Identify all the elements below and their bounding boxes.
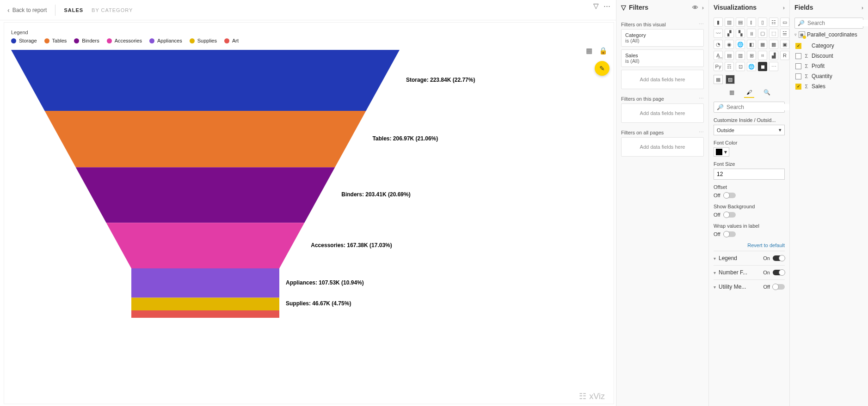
viz-type[interactable]: 〰 [714, 29, 723, 38]
viz-type[interactable]: ▯ [758, 18, 767, 27]
funnel-segment[interactable] [131, 310, 279, 318]
funnel-chart[interactable]: Storage: 223.84K (22.77%)Tables: 206.97K… [11, 50, 605, 327]
drop-page[interactable]: Add data fields here [621, 103, 704, 123]
legend-item[interactable]: Tables [44, 38, 67, 43]
viz-type[interactable]: A͟ [714, 51, 723, 60]
show-bg-toggle[interactable] [724, 212, 736, 218]
legend-item[interactable]: Art [224, 38, 239, 43]
viz-type[interactable]: ▚ [736, 29, 745, 38]
tab-analytics-icon[interactable]: 🔍 [762, 88, 772, 98]
accordion-toggle[interactable] [773, 255, 785, 261]
viz-type[interactable]: ⊞ [747, 51, 756, 60]
viz-type[interactable]: ◧ [747, 40, 756, 49]
font-color-picker[interactable]: ▾ [714, 147, 729, 157]
viz-type[interactable]: ⬚ [769, 29, 778, 38]
viz-type[interactable]: ⫼ [747, 29, 756, 38]
section-more-icon[interactable]: ⋯ [699, 129, 704, 135]
tab-format-icon[interactable]: 🖌 [744, 88, 754, 98]
viz-type[interactable]: ▥ [736, 51, 745, 60]
revert-default[interactable]: Revert to default [714, 242, 785, 248]
collapse-filters-icon[interactable]: › [702, 4, 704, 11]
format-accordion[interactable]: ▾LegendOn [714, 251, 785, 265]
legend-item[interactable]: Appliances [149, 38, 182, 43]
more-icon[interactable]: ⋯ [603, 2, 610, 10]
field-checkbox[interactable] [795, 73, 801, 79]
viz-type[interactable]: ⫿ [747, 18, 756, 27]
font-size-input[interactable] [714, 169, 785, 180]
format-accordion[interactable]: ▾Utility Me...Off [714, 279, 785, 294]
field-row[interactable]: ✓ΣSales [794, 81, 863, 91]
viz-type[interactable]: 🌐 [736, 40, 745, 49]
viz-type[interactable]: 🌐 [747, 62, 756, 71]
field-checkbox[interactable]: ✓ [795, 84, 801, 90]
section-more-icon[interactable]: ⋯ [699, 96, 704, 102]
offset-toggle[interactable] [724, 193, 736, 198]
funnel-segment[interactable] [131, 297, 279, 310]
funnel-segment[interactable] [11, 50, 400, 111]
legend-item[interactable]: Binders [74, 38, 99, 43]
viz-type[interactable]: ▤ [725, 51, 734, 60]
viz-type[interactable]: ▦ [758, 40, 767, 49]
field-row[interactable]: ΣQuantity [794, 71, 863, 81]
filter-card[interactable]: Salesis (All) [621, 49, 704, 67]
viz-type[interactable]: ▥ [725, 18, 734, 27]
viz-type[interactable]: ▣ [780, 40, 789, 49]
viz-type[interactable]: ▟ [769, 51, 778, 60]
viz-search[interactable]: 🔎 [714, 102, 785, 113]
viz-type[interactable]: ▮ [714, 18, 723, 27]
accordion-toggle[interactable] [773, 284, 785, 290]
viz-type[interactable]: ▤ [736, 18, 745, 27]
accordion-toggle[interactable] [773, 270, 785, 275]
collapse-fields-icon[interactable]: › [862, 4, 863, 11]
breadcrumb-sales[interactable]: SALES [64, 7, 83, 13]
viz-type[interactable]: ☷ [769, 18, 778, 27]
funnel-segment[interactable] [76, 167, 335, 223]
field-row[interactable]: ✓Category [794, 41, 863, 51]
customize-select[interactable]: Outside ▾ [714, 125, 785, 135]
viz-type[interactable]: ☱ [780, 29, 789, 38]
section-more-icon[interactable]: ⋯ [699, 21, 704, 27]
tab-fields-icon[interactable]: ▦ [726, 88, 737, 98]
field-checkbox[interactable]: ✓ [795, 43, 801, 49]
viz-type[interactable]: ▩ [769, 40, 778, 49]
viz-search-input[interactable] [726, 104, 789, 110]
collapse-viz-icon[interactable]: › [783, 4, 785, 11]
viz-type[interactable]: ☶ [725, 62, 734, 71]
drop-visual[interactable]: Add data fields here [621, 70, 704, 89]
wrap-toggle[interactable] [724, 231, 736, 237]
fields-search[interactable]: 🔎 [794, 18, 863, 29]
viz-type[interactable]: ◉ [725, 40, 734, 49]
viz-type[interactable]: ▢ [758, 29, 767, 38]
funnel-segment[interactable] [106, 223, 305, 268]
legend-item[interactable]: Storage [11, 38, 37, 43]
viz-type[interactable]: ⋯ [769, 62, 778, 71]
legend-item[interactable]: Accessories [107, 38, 142, 43]
well-fields[interactable]: ▦ [714, 75, 723, 84]
filter-icon[interactable]: ▽ [593, 2, 599, 10]
filter-card[interactable]: Categoryis (All) [621, 29, 704, 47]
viz-type[interactable]: Py [714, 62, 723, 71]
viz-type[interactable]: ▞ [725, 29, 734, 38]
format-accordion[interactable]: ▾Number F...On [714, 265, 785, 279]
funnel-segment[interactable] [131, 268, 279, 297]
viz-type[interactable]: ◔ [714, 40, 723, 49]
viz-type[interactable]: ◼ [758, 62, 767, 71]
viz-type[interactable]: ⊡ [736, 62, 745, 71]
well-format[interactable]: ▨ [726, 75, 735, 84]
back-to-report-button[interactable]: ‹ Back to report [7, 6, 47, 14]
eye-icon[interactable]: 👁 [692, 4, 698, 11]
field-checkbox[interactable] [795, 63, 801, 69]
viz-type[interactable]: ⌗ [758, 51, 767, 60]
legend-label: Supplies [197, 38, 217, 43]
breadcrumb-by-category[interactable]: BY CATEGORY [92, 7, 133, 13]
field-checkbox[interactable] [795, 53, 801, 59]
field-row[interactable]: ΣProfit [794, 61, 863, 71]
funnel-segment[interactable] [45, 111, 366, 167]
drop-all[interactable]: Add data fields here [621, 137, 704, 157]
viz-type[interactable]: R [780, 51, 789, 60]
fields-search-input[interactable] [807, 20, 868, 26]
table-header[interactable]: ▿ ▦ Parallel_coordinates [794, 31, 863, 38]
field-row[interactable]: ΣDiscount [794, 51, 863, 61]
legend-item[interactable]: Supplies [190, 38, 217, 43]
viz-type[interactable]: ▭ [780, 18, 789, 27]
